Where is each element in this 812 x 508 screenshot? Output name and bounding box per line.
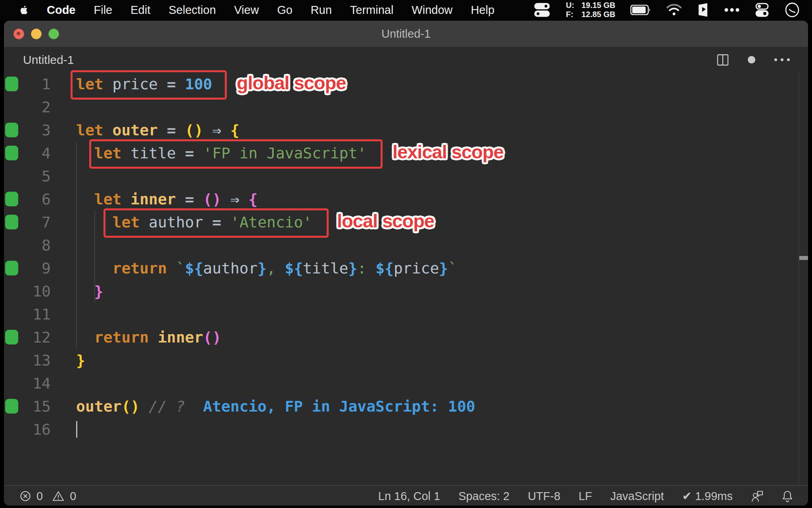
line-number: 12 — [33, 326, 51, 349]
warning-icon — [52, 491, 64, 502]
error-icon — [20, 491, 31, 502]
line-number: 14 — [33, 372, 51, 395]
line-number: 2 — [42, 96, 51, 119]
gutter-row-6: 6 — [4, 188, 57, 211]
gutter-row-9: 9 — [4, 257, 57, 280]
split-editor-icon[interactable] — [717, 54, 729, 66]
status-bar: 0 0 Ln 16, Col 1 Spaces: 2 UTF-8 LF Java… — [4, 485, 808, 506]
minimize-button[interactable] — [31, 29, 42, 39]
wifi-icon[interactable] — [666, 4, 682, 16]
menu-item-file[interactable]: File — [94, 4, 113, 17]
line-number: 4 — [42, 142, 51, 165]
screen: CodeFileEditSelectionViewGoRunTerminalWi… — [0, 0, 812, 508]
line-number: 8 — [42, 234, 51, 257]
code-line-16 — [76, 418, 795, 441]
code-line-11 — [76, 303, 795, 326]
feedback-icon[interactable] — [751, 490, 764, 502]
code-line-3: let outer = () ⇒ { — [76, 119, 795, 142]
tab-untitled-1[interactable]: Untitled-1 — [23, 53, 74, 67]
quokka-status[interactable]: ✔ 1.99ms — [682, 489, 733, 503]
code-line-6: let inner = () ⇒ { — [76, 188, 795, 211]
memory-free-label: F: — [566, 10, 574, 19]
code-line-10: } — [76, 280, 795, 303]
memory-status[interactable]: U: 19.15 GB F: 12.85 GB — [566, 1, 615, 19]
line-number: 6 — [42, 188, 51, 211]
gutter-row-16: 16 — [4, 418, 57, 441]
annotation-box-global-scope — [71, 70, 227, 100]
coverage-mark-icon — [5, 123, 18, 137]
menu-bar-status-items: U: 19.15 GB F: 12.85 GB — [533, 1, 800, 19]
menu-item-window[interactable]: Window — [412, 4, 452, 17]
gutter-row-2: 2 — [4, 96, 57, 119]
gutter-row-5: 5 — [4, 165, 57, 188]
menu-item-code[interactable]: Code — [47, 4, 76, 17]
gutter-row-15: 15 — [4, 395, 57, 418]
code-line-12: return inner() — [76, 326, 795, 349]
clock-utility-icon[interactable] — [784, 2, 800, 18]
battery-icon[interactable] — [630, 5, 651, 15]
menu-item-edit[interactable]: Edit — [130, 4, 150, 17]
problems-status[interactable]: 0 0 — [20, 490, 76, 503]
annotation-label-local-scope: local scope — [337, 210, 434, 232]
menu-item-selection[interactable]: Selection — [169, 4, 216, 17]
code-editor[interactable]: 12345678910111213141516 let price = 100l… — [4, 73, 808, 485]
line-number: 11 — [33, 303, 51, 326]
warning-count: 0 — [70, 490, 76, 503]
gutter-row-10: 10 — [4, 280, 57, 303]
line-number: 1 — [42, 73, 51, 96]
window-titlebar[interactable]: Untitled-1 — [4, 21, 808, 47]
unsaved-changes-dot-icon[interactable] — [748, 56, 755, 64]
coverage-mark-icon — [5, 192, 18, 206]
editor-tab-bar: Untitled-1 — [4, 47, 808, 73]
code-line-9: return `${author}, ${title}: ${price}` — [76, 257, 795, 280]
gutter-row-14: 14 — [4, 372, 57, 395]
menu-items: CodeFileEditSelectionViewGoRunTerminalWi… — [47, 4, 494, 17]
zoom-button[interactable] — [48, 29, 59, 39]
status-bar-right: Ln 16, Col 1 Spaces: 2 UTF-8 LF JavaScri… — [378, 489, 793, 503]
control-center-icon[interactable] — [755, 2, 769, 17]
cursor-position-status[interactable]: Ln 16, Col 1 — [378, 490, 440, 503]
code-line-14 — [76, 372, 795, 395]
menu-item-view[interactable]: View — [234, 4, 259, 17]
coverage-mark-icon — [5, 399, 18, 414]
coverage-mark-icon — [5, 77, 18, 91]
gutter-row-8: 8 — [4, 234, 57, 257]
line-number: 13 — [33, 349, 51, 372]
eol-status[interactable]: LF — [578, 490, 592, 503]
menu-item-run[interactable]: Run — [311, 4, 332, 17]
more-actions-icon[interactable] — [774, 58, 790, 61]
coverage-mark-icon — [5, 261, 18, 275]
traffic-lights — [13, 29, 59, 39]
vscode-window: Untitled-1 Untitled-1 — [4, 21, 808, 506]
indentation-status[interactable]: Spaces: 2 — [458, 490, 509, 503]
close-button[interactable] — [13, 29, 24, 39]
tab-actions — [717, 54, 790, 66]
line-number: 15 — [33, 395, 51, 418]
gutter-row-4: 4 — [4, 142, 57, 165]
gutter-row-7: 7 — [4, 211, 57, 234]
memory-used-value: 19.15 GB — [581, 1, 615, 10]
code-line-13: } — [76, 349, 795, 372]
language-mode-status[interactable]: JavaScript — [610, 490, 664, 503]
gutter-row-1: 1 — [4, 73, 57, 96]
coverage-mark-icon — [5, 146, 18, 160]
line-number: 16 — [33, 418, 51, 441]
app-glyph-icon[interactable] — [697, 3, 709, 17]
notifications-bell-icon[interactable] — [782, 490, 793, 502]
memory-used-label: U: — [566, 1, 574, 10]
line-number: 7 — [42, 211, 51, 234]
apple-menu-icon[interactable] — [19, 4, 29, 16]
menu-item-help[interactable]: Help — [471, 4, 495, 17]
coverage-mark-icon — [5, 215, 18, 229]
annotation-label-lexical-scope: lexical scope — [393, 141, 504, 163]
encoding-status[interactable]: UTF-8 — [528, 490, 560, 503]
overview-ruler-mark[interactable] — [799, 256, 808, 260]
more-menu-icon[interactable] — [724, 8, 740, 12]
toggle-switches-icon[interactable] — [533, 2, 551, 18]
menu-item-terminal[interactable]: Terminal — [350, 4, 394, 17]
code-line-15: outer() // ? Atencio, FP in JavaScript: … — [76, 395, 795, 418]
annotation-box-lexical-scope — [89, 139, 383, 169]
text-cursor — [76, 421, 77, 438]
menu-item-go[interactable]: Go — [277, 4, 293, 17]
line-number: 9 — [42, 257, 51, 280]
